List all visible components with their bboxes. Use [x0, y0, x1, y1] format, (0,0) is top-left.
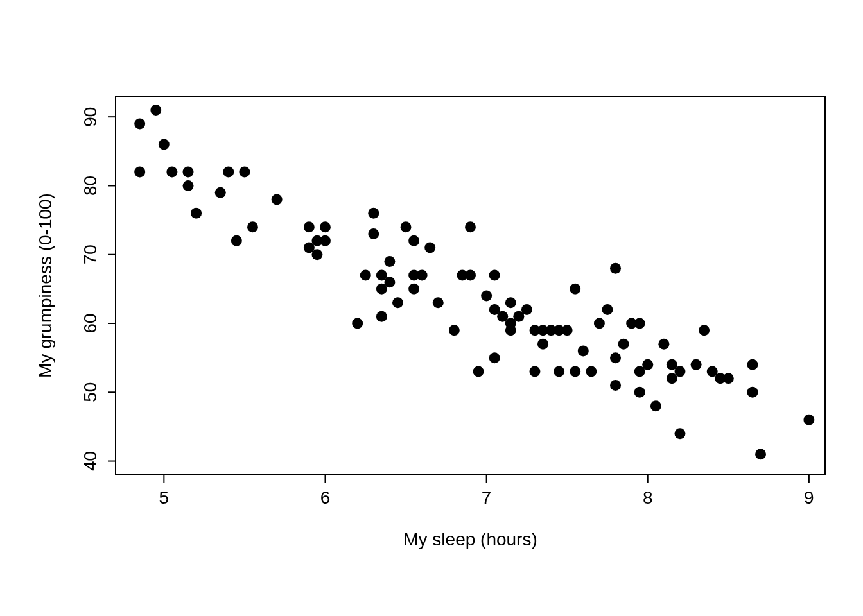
x-tick-label: 5	[159, 488, 170, 508]
data-point	[489, 270, 500, 280]
data-point	[529, 366, 540, 377]
data-point	[304, 221, 315, 232]
data-point	[634, 387, 645, 398]
data-point	[231, 235, 242, 246]
data-point	[586, 366, 597, 377]
data-point	[618, 339, 629, 350]
data-point	[408, 284, 419, 295]
data-point	[658, 339, 669, 350]
data-point	[183, 167, 194, 178]
data-point	[449, 325, 460, 336]
chart-svg: 56789405060708090My sleep (hours)My grum…	[0, 0, 863, 616]
y-tick-label: 80	[80, 176, 100, 196]
data-point	[505, 325, 516, 336]
data-point	[320, 235, 331, 246]
data-point	[610, 380, 621, 391]
data-point	[223, 167, 234, 178]
data-point	[674, 366, 685, 377]
data-point	[159, 139, 170, 150]
scatter-chart: 56789405060708090My sleep (hours)My grum…	[0, 0, 863, 616]
plot-frame	[116, 96, 825, 475]
data-point	[602, 304, 613, 315]
data-point	[183, 180, 194, 191]
data-point	[570, 366, 580, 377]
data-point	[747, 359, 758, 370]
data-point	[215, 187, 226, 198]
data-point	[247, 221, 258, 232]
data-point	[376, 311, 387, 322]
data-point	[594, 318, 605, 329]
y-tick-label: 70	[80, 244, 100, 264]
data-point	[384, 256, 395, 267]
y-axis-label: My grumpiness (0-100)	[35, 193, 55, 378]
data-point	[674, 428, 685, 439]
data-point	[320, 221, 331, 232]
data-point	[723, 373, 734, 384]
data-point	[642, 359, 653, 370]
x-tick-label: 9	[804, 488, 814, 508]
data-point	[417, 270, 428, 280]
data-point	[191, 208, 202, 219]
data-point	[610, 352, 621, 363]
data-point	[368, 208, 379, 219]
data-point	[537, 339, 548, 350]
data-point	[803, 415, 814, 425]
data-point	[401, 221, 412, 232]
data-point	[352, 318, 363, 329]
data-point	[150, 105, 161, 116]
data-point	[392, 297, 403, 308]
data-point	[610, 263, 621, 274]
data-point	[755, 449, 766, 459]
data-point	[473, 366, 484, 377]
data-point	[562, 325, 573, 336]
x-tick-label: 8	[643, 488, 653, 508]
data-point	[465, 270, 476, 280]
data-point	[578, 345, 589, 356]
data-point	[311, 249, 322, 260]
data-point	[747, 387, 758, 398]
data-point	[650, 400, 661, 411]
data-point	[465, 221, 476, 232]
y-tick-label: 90	[80, 107, 100, 127]
data-point	[634, 318, 645, 329]
data-point	[368, 228, 379, 239]
x-tick-label: 6	[320, 488, 331, 508]
data-point	[489, 352, 500, 363]
y-tick-label: 40	[80, 451, 100, 471]
x-axis-label: My sleep (hours)	[403, 529, 537, 549]
data-point	[691, 359, 702, 370]
data-point	[505, 297, 516, 308]
data-point	[272, 194, 283, 205]
x-tick-label: 7	[482, 488, 492, 508]
data-point	[699, 325, 710, 336]
data-point	[481, 291, 492, 302]
data-point	[521, 304, 532, 315]
data-point	[554, 366, 564, 377]
y-tick-label: 60	[80, 313, 100, 333]
data-point	[384, 277, 395, 287]
data-point	[134, 118, 145, 129]
data-point	[166, 167, 177, 178]
y-tick-label: 50	[80, 382, 100, 402]
data-point	[134, 167, 145, 178]
data-point	[570, 284, 580, 295]
data-point	[239, 167, 250, 178]
data-point	[408, 235, 419, 246]
data-point	[424, 243, 435, 253]
data-point	[360, 270, 371, 280]
data-point	[433, 297, 444, 308]
